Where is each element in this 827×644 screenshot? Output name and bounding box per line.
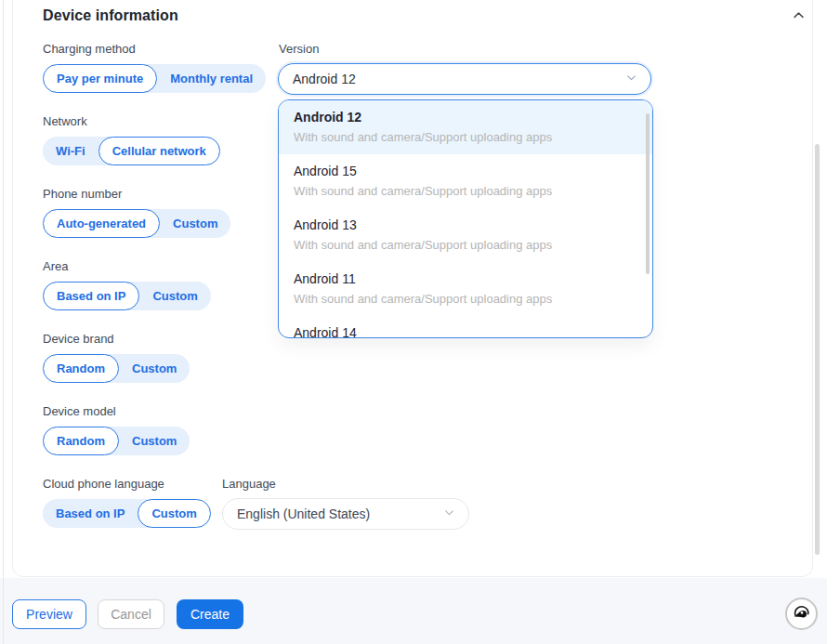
- segment-option[interactable]: Custom: [139, 282, 210, 310]
- segment-option[interactable]: Random: [43, 354, 119, 383]
- chevron-up-icon: [792, 11, 806, 25]
- dropdown-option-title: Android 13: [294, 217, 637, 234]
- segment-option[interactable]: Based on IP: [43, 282, 139, 310]
- preview-button[interactable]: Preview: [12, 599, 86, 629]
- dropdown-option[interactable]: Android 13With sound and camera/Support …: [279, 208, 652, 262]
- segmented-control: Auto-generatedCustom: [43, 209, 230, 238]
- left-panel-divider: [3, 0, 4, 644]
- field-group: Phone numberAuto-generatedCustom: [43, 187, 275, 238]
- field-label: Charging method: [43, 42, 275, 56]
- collapse-section-button[interactable]: [787, 7, 809, 27]
- chevron-down-icon: [625, 72, 637, 86]
- dropdown-option[interactable]: Android 14With sound and camera/Support …: [279, 316, 652, 338]
- field-group: AreaBased on IPCustom: [43, 259, 275, 310]
- segment-option[interactable]: Pay per minute: [43, 64, 157, 93]
- segment-option[interactable]: Wi-Fi: [43, 137, 98, 165]
- field-label: Device brand: [43, 332, 275, 346]
- field-group: Device modelRandomCustom: [43, 404, 275, 455]
- segment-option[interactable]: Auto-generated: [43, 209, 160, 238]
- dropdown-option-subtitle: With sound and camera/Support uploading …: [294, 237, 637, 254]
- segmented-control: Based on IPCustom: [43, 499, 211, 528]
- language-select-value: English (United States): [237, 506, 370, 521]
- dropdown-scrollbar[interactable]: [646, 113, 650, 274]
- section-title: Device information: [43, 7, 178, 24]
- segment-option[interactable]: Cellular network: [98, 137, 220, 165]
- language-label: Language: [222, 477, 276, 491]
- field-label: Area: [43, 259, 275, 273]
- dropdown-option[interactable]: Android 15With sound and camera/Support …: [279, 154, 652, 208]
- dropdown-option[interactable]: Android 11With sound and camera/Support …: [279, 262, 652, 316]
- version-label: Version: [279, 42, 319, 56]
- chevron-down-icon: [443, 506, 455, 521]
- field-group: NetworkWi-FiCellular network: [43, 114, 275, 165]
- segment-option[interactable]: Custom: [119, 354, 190, 383]
- page-scrollbar[interactable]: [815, 144, 820, 555]
- create-button[interactable]: Create: [177, 599, 243, 629]
- dropdown-option-title: Android 12: [294, 109, 637, 126]
- segmented-control: Based on IPCustom: [43, 282, 211, 310]
- segment-option[interactable]: Custom: [138, 499, 210, 528]
- cancel-button[interactable]: Cancel: [98, 599, 164, 629]
- field-label: Device model: [43, 404, 275, 418]
- field-label: Phone number: [43, 187, 275, 201]
- segmented-control: Pay per minuteMonthly rental: [43, 64, 266, 93]
- segment-option[interactable]: Custom: [160, 209, 230, 238]
- segmented-control: RandomCustom: [43, 354, 190, 383]
- dropdown-option-subtitle: With sound and camera/Support uploading …: [294, 183, 637, 200]
- version-dropdown: Android 12With sound and camera/Support …: [278, 99, 653, 338]
- dropdown-option-subtitle: With sound and camera/Support uploading …: [294, 129, 637, 146]
- dropdown-option-title: Android 15: [294, 163, 637, 180]
- device-information-card: Device information Charging methodPay pe…: [12, 0, 813, 577]
- create-cloud-phone-page: Device information Charging methodPay pe…: [0, 0, 827, 644]
- segmented-control: RandomCustom: [43, 427, 190, 455]
- segment-option[interactable]: Based on IP: [43, 499, 138, 528]
- segmented-control: Wi-FiCellular network: [43, 137, 220, 165]
- segment-option[interactable]: Monthly rental: [157, 64, 266, 93]
- bird-eye-icon: [792, 603, 811, 625]
- field-label: Network: [43, 114, 275, 128]
- version-select-value: Android 12: [293, 72, 356, 86]
- dropdown-option-subtitle: With sound and camera/Support uploading …: [294, 291, 637, 308]
- dropdown-option-title: Android 11: [294, 270, 637, 288]
- assistant-fab-button[interactable]: [785, 598, 818, 630]
- dropdown-option-title: Android 14: [294, 324, 637, 338]
- version-dropdown-list: Android 12With sound and camera/Support …: [279, 100, 652, 338]
- language-select[interactable]: English (United States): [222, 498, 469, 530]
- field-group: Charging methodPay per minuteMonthly ren…: [43, 42, 275, 93]
- field-groups: Charging methodPay per minuteMonthly ren…: [43, 42, 275, 549]
- field-group: Device brandRandomCustom: [43, 332, 275, 383]
- dropdown-option[interactable]: Android 12With sound and camera/Support …: [279, 100, 652, 154]
- segment-option[interactable]: Random: [43, 427, 119, 455]
- segment-option[interactable]: Custom: [119, 427, 190, 455]
- version-select[interactable]: Android 12: [278, 63, 651, 95]
